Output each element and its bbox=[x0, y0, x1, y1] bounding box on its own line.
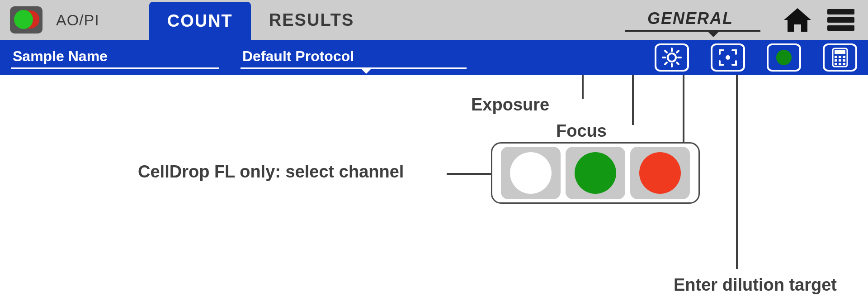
svg-rect-12 bbox=[835, 56, 837, 58]
home-icon[interactable] bbox=[783, 7, 812, 33]
tab-count[interactable]: COUNT bbox=[149, 2, 251, 40]
channel-indicator-button[interactable] bbox=[767, 43, 801, 72]
svg-line-6 bbox=[677, 62, 679, 64]
leader-line-dilution bbox=[736, 75, 738, 269]
svg-rect-18 bbox=[835, 63, 837, 65]
assay-label: AO/PI bbox=[56, 11, 99, 29]
leader-line-exposure bbox=[582, 75, 584, 99]
dilution-calculator-button[interactable] bbox=[823, 43, 857, 72]
focus-button[interactable] bbox=[711, 43, 745, 72]
channel-white-button[interactable] bbox=[501, 147, 561, 199]
svg-rect-15 bbox=[835, 59, 837, 62]
svg-rect-16 bbox=[839, 59, 841, 62]
tab-results[interactable]: RESULTS bbox=[251, 0, 373, 40]
annotation-channel: CellDrop FL only: select channel bbox=[138, 162, 404, 182]
channel-indicator-icon bbox=[776, 50, 792, 65]
annotation-focus: Focus bbox=[556, 121, 607, 141]
channel-green-button[interactable] bbox=[566, 147, 625, 199]
top-toolbar: AO/PI COUNT RESULTS GENERAL bbox=[0, 0, 868, 40]
svg-line-8 bbox=[665, 62, 667, 64]
channel-selector bbox=[491, 142, 700, 204]
svg-rect-13 bbox=[839, 56, 841, 58]
protocol-dropdown[interactable]: Default Protocol bbox=[241, 46, 467, 69]
green-dot-icon bbox=[14, 10, 33, 29]
svg-rect-20 bbox=[843, 63, 845, 65]
sample-name-input[interactable]: Sample Name bbox=[11, 46, 219, 69]
svg-rect-11 bbox=[835, 50, 845, 54]
svg-point-9 bbox=[726, 55, 730, 60]
svg-rect-17 bbox=[843, 59, 845, 62]
sub-toolbar: Sample Name Default Protocol bbox=[0, 40, 868, 75]
leader-line-focus bbox=[632, 75, 634, 125]
annotation-area: Exposure Focus CellDrop FL only: select … bbox=[0, 75, 868, 302]
hamburger-menu-icon[interactable] bbox=[827, 9, 854, 31]
svg-rect-19 bbox=[839, 63, 841, 65]
svg-rect-14 bbox=[843, 56, 845, 58]
red-circle-icon bbox=[639, 152, 681, 194]
green-circle-icon bbox=[575, 152, 616, 194]
assay-icon[interactable] bbox=[10, 6, 42, 34]
svg-point-0 bbox=[668, 53, 676, 62]
leader-line-channel bbox=[683, 75, 684, 147]
focus-target-icon bbox=[718, 48, 738, 67]
svg-line-5 bbox=[665, 51, 667, 53]
main-tabs: COUNT RESULTS bbox=[149, 0, 373, 40]
channel-red-button[interactable] bbox=[630, 147, 690, 199]
mode-dropdown[interactable]: GENERAL bbox=[625, 8, 760, 32]
annotation-exposure: Exposure bbox=[471, 95, 549, 115]
brightness-icon bbox=[662, 48, 682, 67]
calculator-icon bbox=[830, 48, 850, 67]
leader-line-channel-h bbox=[447, 173, 491, 175]
white-circle-icon bbox=[510, 152, 552, 194]
annotation-dilution: Enter dilution target bbox=[674, 275, 837, 295]
exposure-button[interactable] bbox=[655, 43, 689, 72]
svg-line-7 bbox=[677, 51, 679, 53]
